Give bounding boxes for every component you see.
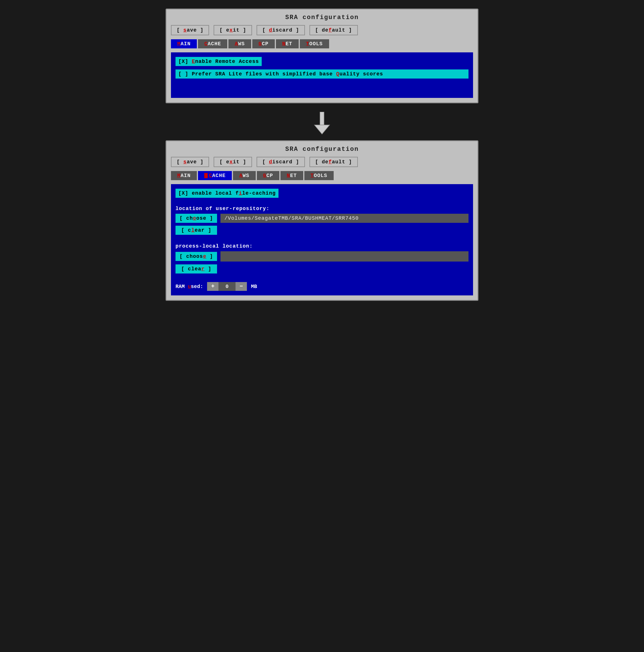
- gcp-underline-2: G: [263, 173, 267, 179]
- tools-underline-2: T: [311, 173, 314, 179]
- active-tab-marker: [204, 173, 208, 178]
- save-underline-2: s: [184, 159, 187, 165]
- process-local-path: [220, 251, 469, 262]
- main-content-1: [X] Enable Remote Access [ ] Prefer SRA …: [171, 52, 473, 98]
- default-underline: f: [329, 27, 332, 33]
- ram-underline: u: [188, 284, 191, 290]
- discard-button-1[interactable]: [ discard ]: [257, 25, 305, 35]
- tab-cache-2[interactable]: CACHE: [198, 171, 232, 180]
- ram-minus-button[interactable]: −: [235, 282, 247, 291]
- tab-net-1[interactable]: NET: [276, 39, 299, 48]
- svg-marker-1: [314, 125, 329, 134]
- main-underline-2: M: [177, 173, 180, 179]
- tabs-2: MAIN CACHE AWS GCP NET TOOLS: [171, 171, 473, 180]
- ram-plus-button[interactable]: +: [207, 282, 219, 291]
- tab-net-2[interactable]: NET: [280, 171, 303, 180]
- tab-aws-1[interactable]: AWS: [228, 39, 251, 48]
- exit-button-1[interactable]: [ exit ]: [214, 25, 252, 35]
- enable-remote-access-checkbox[interactable]: [X] Enable Remote Access: [175, 57, 262, 66]
- tab-gcp-1[interactable]: GCP: [252, 39, 275, 48]
- clear2-underline: r: [201, 266, 205, 272]
- enable-caching-checkbox[interactable]: [X] enable local file-caching: [175, 189, 278, 198]
- exit-underline-2: x: [229, 159, 233, 165]
- discard-underline-2: d: [269, 159, 272, 165]
- clear1-underline: l: [191, 227, 195, 233]
- choose2-underline: e: [203, 253, 206, 259]
- tools-underline: T: [306, 41, 309, 47]
- enable-underline: E: [192, 59, 195, 64]
- exit-underline: x: [229, 27, 233, 33]
- clear-button-1[interactable]: [ clear ]: [175, 226, 217, 235]
- toolbar-1: [ save ] [ exit ] [ discard ] [ default …: [171, 25, 473, 35]
- choose1-underline: o: [193, 215, 196, 221]
- default-underline-2: f: [329, 159, 332, 165]
- aws-underline: A: [235, 41, 238, 47]
- tab-tools-1[interactable]: TOOLS: [300, 39, 329, 48]
- tabs-1: MAIN CACHE AWS GCP NET TOOLS: [171, 39, 473, 48]
- discard-button-2[interactable]: [ discard ]: [257, 157, 305, 167]
- panel-1: SRA configuration [ save ] [ exit ] [ di…: [166, 8, 478, 103]
- save-button-2[interactable]: [ save ]: [171, 157, 209, 167]
- choose-button-1[interactable]: [ choose ]: [175, 214, 217, 223]
- prefer-lite-checkbox[interactable]: [ ] Prefer SRA Lite files with simplifie…: [175, 70, 469, 79]
- aws-underline-2: A: [239, 173, 243, 179]
- svg-rect-0: [320, 112, 324, 126]
- cache-underline-2: C: [209, 173, 212, 179]
- ram-control: + 0 −: [207, 282, 247, 291]
- ram-label: RAM used:: [175, 284, 203, 290]
- default-button-2[interactable]: [ default ]: [309, 157, 358, 167]
- process-local-label: process-local location:: [175, 243, 469, 249]
- tab-tools-2[interactable]: TOOLS: [304, 171, 334, 180]
- tab-main-1[interactable]: MAIN: [171, 39, 197, 48]
- tab-cache-1[interactable]: CACHE: [198, 39, 227, 48]
- ram-row: RAM used: + 0 − MB: [175, 282, 469, 291]
- tab-aws-2[interactable]: AWS: [233, 171, 255, 180]
- choose-button-2[interactable]: [ choose ]: [175, 252, 217, 261]
- file-underline: i: [239, 190, 242, 196]
- clear-button-2[interactable]: [ clear ]: [175, 264, 217, 273]
- ram-unit: MB: [251, 284, 257, 290]
- save-underline: s: [184, 27, 187, 33]
- main-content-2: [X] enable local file-caching location o…: [171, 184, 473, 295]
- discard-underline: d: [269, 27, 272, 33]
- user-repo-label: location of user-repository:: [175, 206, 469, 212]
- main-underline: M: [177, 41, 180, 47]
- tab-gcp-2[interactable]: GCP: [257, 171, 279, 180]
- panel-2: SRA configuration [ save ] [ exit ] [ di…: [166, 140, 478, 301]
- user-repo-row: [ choose ] /Volumes/SeagateTMB/SRA/BUSHM…: [175, 214, 469, 223]
- tab-main-2[interactable]: MAIN: [171, 171, 197, 180]
- exit-button-2[interactable]: [ exit ]: [214, 157, 252, 167]
- process-local-row: [ choose ]: [175, 251, 469, 262]
- panel-2-title: SRA configuration: [171, 146, 473, 153]
- save-button-1[interactable]: [ save ]: [171, 25, 209, 35]
- default-button-1[interactable]: [ default ]: [309, 25, 358, 35]
- user-repo-path: /Volumes/SeagateTMB/SRA/BUSHMEAT/SRR7450: [220, 214, 469, 223]
- toolbar-2: [ save ] [ exit ] [ discard ] [ default …: [171, 157, 473, 167]
- arrow-container: [313, 103, 331, 140]
- net-underline-2: N: [287, 173, 290, 179]
- gcp-underline: G: [258, 41, 262, 47]
- cache-underline: C: [204, 41, 208, 47]
- panel-1-title: SRA configuration: [171, 14, 473, 21]
- quality-underline: Q: [336, 71, 340, 77]
- arrow-down-icon: [313, 112, 331, 135]
- net-underline: N: [282, 41, 286, 47]
- ram-value: 0: [219, 282, 235, 291]
